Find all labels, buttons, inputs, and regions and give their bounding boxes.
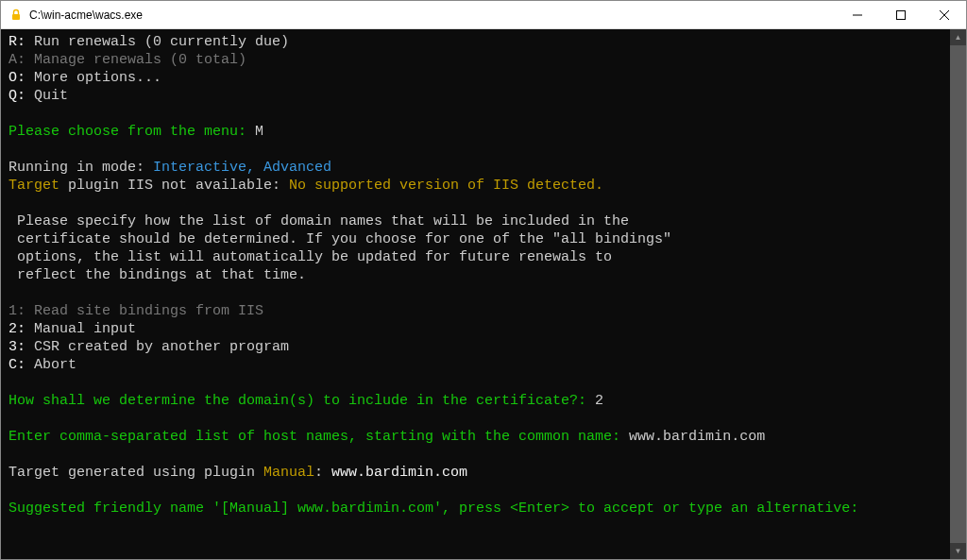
menu-text: Manage renewals (0 total) [25, 52, 246, 68]
target-gen-host: www.bardimin.com [331, 465, 467, 481]
friendly-name-prompt: Suggested friendly name '[Manual] www.ba… [8, 501, 858, 517]
target-text: plugin IIS not available: [59, 178, 289, 194]
vertical-scrollbar[interactable]: ▲ ▼ [950, 29, 966, 559]
option-text: Abort [25, 357, 76, 373]
help-line: options, the list will automatically be … [8, 249, 612, 265]
option-key: C: [8, 357, 25, 373]
option-text: CSR created by another program [25, 339, 289, 355]
target-gen-sep: : [314, 465, 331, 481]
mode-prefix: Running in mode: [8, 160, 153, 176]
prompt-input: M [255, 124, 263, 140]
scroll-up-icon[interactable]: ▲ [950, 29, 966, 45]
prompt-label: Please choose from the menu: [8, 124, 255, 140]
target-gen-text: Target generated using plugin [8, 465, 263, 481]
option-key: 3: [8, 339, 25, 355]
mode-value: Interactive, Advanced [153, 160, 331, 176]
menu-key: A: [8, 52, 25, 68]
prompt-label: How shall we determine the domain(s) to … [8, 393, 595, 409]
option-key: 1: [8, 303, 25, 319]
target-reason: No supported version of IIS detected. [289, 178, 603, 194]
option-text: Read site bindings from IIS [25, 303, 263, 319]
menu-text: Quit [25, 88, 68, 104]
scroll-down-icon[interactable]: ▼ [950, 543, 966, 559]
client-area: R: Run renewals (0 currently due) A: Man… [1, 29, 966, 559]
svg-rect-2 [897, 10, 906, 19]
menu-text: Run renewals (0 currently due) [25, 34, 289, 50]
console-window: C:\win-acme\wacs.exe R: Run renewals (0 … [0, 0, 967, 560]
menu-text: More options... [25, 70, 161, 86]
lock-icon [8, 8, 24, 23]
option-key: 2: [8, 321, 25, 337]
minimize-button[interactable] [836, 1, 879, 28]
menu-key: R: [8, 34, 25, 50]
scroll-thumb[interactable] [950, 45, 966, 543]
option-text: Manual input [25, 321, 136, 337]
help-line: Please specify how the list of domain na… [8, 213, 629, 229]
target-gen-plugin: Manual [263, 465, 314, 481]
window-controls [836, 1, 966, 28]
prompt-input: 2 [595, 393, 603, 409]
titlebar[interactable]: C:\win-acme\wacs.exe [1, 1, 966, 29]
target-label: Target [8, 178, 59, 194]
terminal-output[interactable]: R: Run renewals (0 currently due) A: Man… [1, 29, 950, 559]
prompt-input: www.bardimin.com [629, 429, 765, 445]
close-button[interactable] [923, 1, 966, 28]
menu-key: O: [8, 70, 25, 86]
prompt-label: Enter comma-separated list of host names… [8, 429, 629, 445]
menu-key: Q: [8, 88, 25, 104]
help-line: reflect the bindings at that time. [8, 267, 306, 283]
svg-rect-0 [12, 14, 20, 20]
maximize-button[interactable] [879, 1, 923, 28]
window-title: C:\win-acme\wacs.exe [29, 8, 836, 22]
help-line: certificate should be determined. If you… [8, 231, 671, 247]
